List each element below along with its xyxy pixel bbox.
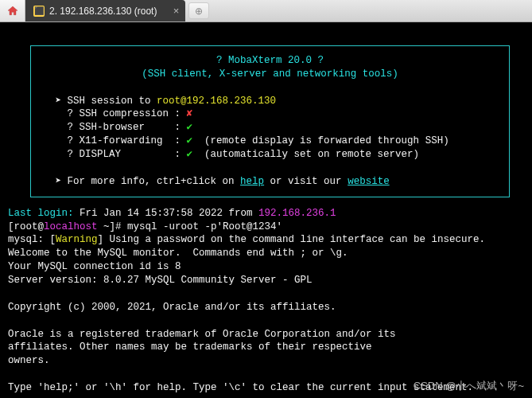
prompt-open: [root@ xyxy=(8,221,44,232)
warn-rest: ] Using a password on the command line i… xyxy=(98,234,486,245)
watermark: CSDN @小へ斌斌丶呀~ xyxy=(414,379,524,393)
tab-title: 2. 192.168.236.130 (root) xyxy=(49,6,157,17)
check-icon: ✔ xyxy=(187,135,193,146)
help-line: Type 'help;' or '\h' for help. Type '\c'… xyxy=(8,382,473,393)
trademark-line: affiliates. Other names may be trademark… xyxy=(8,341,372,353)
footer-text: , ctrl+click on xyxy=(145,176,240,187)
prompt-host: localhost xyxy=(44,221,98,232)
title-bar: ⬛ 2. 192.168.236.130 (root) × ⊕ xyxy=(0,0,532,22)
copyright-line: Copyright (c) 2000, 2021, Oracle and/or … xyxy=(8,302,336,313)
check-icon: ✔ xyxy=(187,149,193,160)
session-label: SSH session to xyxy=(68,96,157,107)
home-icon xyxy=(6,5,19,18)
tab-active[interactable]: ⬛ 2. 192.168.236.130 (root) × xyxy=(25,0,185,21)
banner-subtitle: (SSH client, X-server and networking too… xyxy=(142,68,398,80)
compression-line: ? SSH compression : xyxy=(68,108,187,119)
last-login-ip: 192.168.236.1 xyxy=(258,208,336,219)
terminal-icon: ⬛ xyxy=(33,6,45,17)
footer-text: For more xyxy=(68,176,122,187)
footer-text: or visit our xyxy=(264,176,348,187)
terminal-output[interactable]: ? MobaXterm 20.0 ? (SSH client, X-server… xyxy=(0,22,532,398)
home-button[interactable] xyxy=(0,0,25,21)
website-link[interactable]: website xyxy=(348,176,390,187)
trademark-line: owners. xyxy=(8,355,50,366)
close-icon[interactable]: × xyxy=(173,5,180,17)
display-line: ? DISPLAY : xyxy=(68,149,187,160)
session-target: root@192.168.236.130 xyxy=(157,96,276,107)
footer-info: info xyxy=(121,176,145,187)
new-tab-button[interactable]: ⊕ xyxy=(188,2,209,19)
trademark-line: Oracle is a registered trademark of Orac… xyxy=(8,329,396,340)
last-login-time: Fri Jan 14 15:37:58 2022 from xyxy=(74,208,259,219)
command-text: mysql -uroot -p'Root@1234' xyxy=(127,221,282,232)
motd-banner: ? MobaXterm 20.0 ? (SSH client, X-server… xyxy=(30,45,510,197)
warn-word: Warning xyxy=(56,234,98,245)
browser-line: ? SSH-browser : xyxy=(68,122,187,133)
server-version-line: Server version: 8.0.27 MySQL Community S… xyxy=(8,275,313,286)
conn-id-line: Your MySQL connection id is 8 xyxy=(8,261,181,272)
welcome-line: Welcome to the MySQL monitor. Commands e… xyxy=(8,248,348,259)
banner-title: ? MobaXterm 20.0 ? xyxy=(216,55,324,66)
help-link[interactable]: help xyxy=(240,176,264,187)
display-note: (automatically set on remote server) xyxy=(192,149,419,160)
prompt-rest: ~]# xyxy=(98,221,128,232)
x11-note: (remote display is forwarded through SSH… xyxy=(192,135,449,146)
last-login-label: Last login: xyxy=(8,208,74,219)
check-icon: ✔ xyxy=(187,122,193,133)
x11-line: ? X11-forwarding : xyxy=(68,135,187,146)
cross-icon: ✘ xyxy=(187,108,193,119)
warn-prefix: mysql: [ xyxy=(8,234,56,245)
